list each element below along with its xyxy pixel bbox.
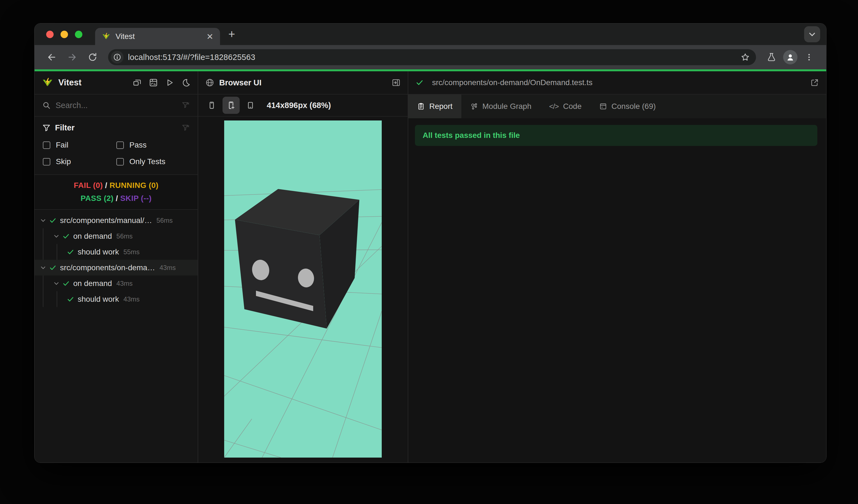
test-file-row-selected[interactable]: src/components/on-dema… 43ms (34, 260, 197, 276)
summary-line-2: PASS (2)/SKIP (--) (34, 192, 197, 205)
dark-mode-moon-icon[interactable] (181, 78, 190, 87)
app-title: Vitest (58, 78, 128, 87)
test-file-row[interactable]: src/components/manual/… 56ms (34, 212, 197, 228)
close-window-button[interactable] (46, 31, 54, 38)
browser-tab[interactable]: Vitest ✕ (95, 28, 220, 45)
file-header: src/components/on-demand/OnDemand.test.t… (408, 71, 826, 95)
browser-tab-strip: Vitest ✕ + (34, 23, 826, 45)
device-tablet-button[interactable] (242, 97, 259, 114)
profile-avatar[interactable] (783, 50, 797, 64)
device-toolbar: 414x896px (68%) (198, 95, 408, 117)
tab-search-button[interactable] (804, 26, 820, 42)
filter-checkbox-fail[interactable]: Fail (43, 141, 116, 149)
pass-count: PASS (2) (80, 194, 113, 202)
pass-check-icon (49, 264, 57, 272)
url-bar[interactable]: localhost:5173/#/?file=1828625563 (108, 49, 756, 65)
browser-ui-header: Browser UI (198, 71, 408, 95)
pass-check-icon (67, 248, 74, 256)
chevron-down-icon[interactable] (39, 217, 47, 224)
traffic-lights (46, 31, 82, 38)
code-icon: </> (549, 102, 559, 111)
run-all-tests-icon[interactable] (165, 78, 174, 87)
sidebar-header: Vitest (34, 71, 197, 95)
test-suite-row[interactable]: on demand 56ms (34, 228, 197, 244)
sidebar: Vitest (34, 71, 198, 463)
device-phone-plus-button[interactable] (223, 97, 240, 114)
forward-button[interactable] (63, 48, 81, 66)
pass-check-icon (415, 79, 424, 87)
globe-icon (205, 78, 214, 87)
chevron-down-icon[interactable] (39, 264, 47, 271)
minimize-window-button[interactable] (61, 31, 68, 38)
forward-arrow-icon (67, 52, 77, 62)
device-phone-small-button[interactable] (203, 97, 220, 114)
test-case-row[interactable]: should work 43ms (34, 291, 197, 307)
tab-close-icon[interactable]: ✕ (206, 32, 213, 42)
preview-area (198, 117, 408, 463)
vitest-favicon-icon (102, 32, 111, 41)
clipboard-icon (417, 102, 425, 110)
filter-checkbox-pass[interactable]: Pass (116, 141, 190, 149)
filter-checkbox-skip[interactable]: Skip (43, 157, 116, 166)
filter-checkbox-only-tests[interactable]: Only Tests (116, 157, 190, 166)
chevron-down-icon[interactable] (53, 233, 60, 240)
checkbox[interactable] (43, 142, 50, 149)
tab-console[interactable]: Console (69) (590, 95, 665, 118)
bookmark-star-icon[interactable] (741, 52, 750, 62)
checkbox[interactable] (116, 142, 124, 149)
chevron-down-icon (808, 30, 816, 38)
checkbox[interactable] (116, 158, 124, 165)
tab-report[interactable]: Report (408, 95, 461, 118)
filter-panel: Filter Fail Pass (34, 117, 197, 174)
tab-code[interactable]: </> Code (540, 95, 590, 118)
new-tab-button[interactable]: + (228, 28, 235, 41)
dashboard-report-icon[interactable] (149, 78, 158, 87)
browser-menu-kebab-icon[interactable] (800, 48, 818, 66)
browser-ui-panel: Browser UI 414x896px (68%) (198, 71, 408, 463)
panel-title: Browser UI (219, 78, 387, 87)
reload-icon (88, 52, 97, 62)
fail-count: FAIL (0) (74, 181, 103, 190)
pass-check-icon (62, 232, 70, 240)
clear-filter-icon[interactable] (181, 101, 190, 110)
report-content: All tests passed in this file (408, 118, 826, 463)
search-icon (42, 101, 51, 110)
pass-check-icon (62, 280, 70, 287)
collapse-panels-icon[interactable] (133, 78, 142, 87)
browser-preview-canvas[interactable] (224, 120, 382, 458)
back-arrow-icon (47, 52, 57, 62)
browser-toolbar: localhost:5173/#/?file=1828625563 (34, 45, 826, 69)
test-suite-row[interactable]: on demand 43ms (34, 276, 197, 291)
skip-count: SKIP (--) (120, 194, 152, 202)
test-tree: src/components/manual/… 56ms on demand 5… (34, 210, 197, 463)
test-case-row[interactable]: should work 55ms (34, 244, 197, 260)
file-path: src/components/on-demand/OnDemand.test.t… (432, 78, 805, 87)
experiments-flask-icon[interactable] (763, 48, 780, 66)
report-panel: src/components/on-demand/OnDemand.test.t… (408, 71, 826, 463)
open-external-icon[interactable] (810, 78, 819, 87)
module-graph-icon (470, 102, 478, 110)
reload-button[interactable] (84, 48, 101, 66)
chevron-down-icon[interactable] (53, 280, 60, 287)
vitest-logo-icon (42, 77, 53, 88)
running-count: RUNNING (0) (109, 181, 158, 190)
vitest-ui: Vitest (34, 71, 826, 463)
summary-line-1: FAIL (0)/RUNNING (0) (34, 179, 197, 192)
search-bar (34, 95, 197, 117)
viewport-size-label[interactable]: 414x896px (68%) (267, 101, 331, 110)
open-in-panel-icon[interactable] (392, 78, 400, 87)
checkbox[interactable] (43, 158, 50, 165)
url-text[interactable]: localhost:5173/#/?file=1828625563 (128, 53, 736, 62)
console-icon (599, 102, 607, 110)
report-tab-bar: Report Module Graph </> Code Console (408, 95, 826, 118)
test-summary: FAIL (0)/RUNNING (0) PASS (2)/SKIP (--) (34, 174, 197, 210)
search-input[interactable] (55, 101, 177, 110)
test-progress-bar (34, 69, 826, 71)
tab-module-graph[interactable]: Module Graph (461, 95, 540, 118)
filter-title: Filter (55, 123, 75, 132)
pass-check-icon (49, 217, 57, 224)
clear-filter-icon[interactable] (181, 124, 190, 132)
site-info-icon[interactable] (111, 51, 124, 64)
zoom-window-button[interactable] (75, 31, 82, 38)
back-button[interactable] (43, 48, 61, 66)
